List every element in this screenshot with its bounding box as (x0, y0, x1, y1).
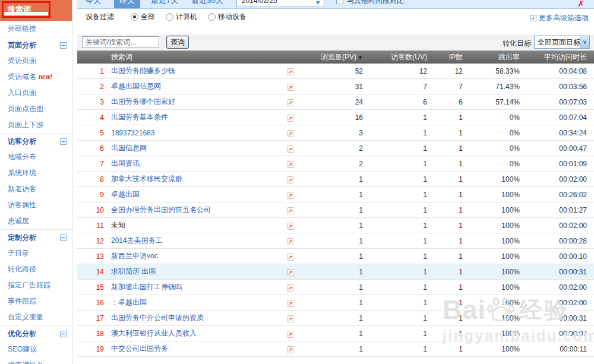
tab-last7days[interactable]: 最近7天 (151, 0, 178, 6)
avg-duration-value: 00:04:08 (520, 67, 587, 75)
col-header-duration[interactable]: 平均访问时长 (520, 52, 587, 62)
keyword-link[interactable]: 卓越出国信息网 (104, 81, 287, 91)
date-select[interactable]: 2014/02/25 ▼ (236, 0, 324, 7)
radio-all-devices[interactable]: 全部 (131, 12, 155, 22)
row-rank: 13 (77, 252, 104, 261)
sidebar-item[interactable]: 受访页面 (0, 53, 72, 69)
sidebar-item[interactable]: 外部链接 (0, 21, 72, 37)
trend-chart-icon[interactable]: ↗ (287, 68, 293, 75)
trend-chart-icon[interactable]: ↗ (287, 346, 293, 353)
keyword-link[interactable]: 卓越出国 (104, 189, 287, 200)
sidebar-item[interactable]: 子目录 (0, 245, 72, 261)
sidebar-section-header[interactable]: 优化分析− (0, 325, 72, 341)
tab-last30days[interactable]: 最近30天 (191, 0, 223, 6)
bounce-rate-value: 100% (463, 345, 520, 353)
keyword-link[interactable]: 新西兰申请voc (104, 251, 287, 261)
trend-chart-icon[interactable]: ↗ (287, 176, 293, 183)
trend-chart-icon[interactable]: ↗ (287, 130, 293, 137)
trend-chart-icon[interactable]: ↗ (287, 192, 293, 199)
sidebar-item[interactable]: 访客属性 (0, 197, 72, 213)
row-rank: 3 (77, 98, 104, 106)
keyword-link[interactable]: 中交公司出国劳务 (104, 344, 287, 354)
col-header-pv[interactable]: 浏览量(PV)▼ (299, 52, 363, 62)
avg-duration-value: 00:00:31 (520, 314, 587, 322)
sidebar-item-label: 转化路径 (8, 265, 36, 273)
keyword-link[interactable]: 出国劳务哪个国家好 (104, 97, 287, 107)
keyword-link[interactable]: 出国劳务基本条件 (104, 112, 287, 122)
sidebar-item[interactable]: 页面上下游 (0, 117, 72, 133)
sidebar-item[interactable]: 转化路径 (0, 261, 72, 277)
sidebar-item[interactable]: 页面点击图 (0, 101, 72, 117)
trend-chart-icon[interactable]: ↗ (287, 115, 293, 122)
trend-chart-icon[interactable]: ↗ (287, 331, 293, 338)
keyword-link[interactable]: 18937321683 (104, 129, 287, 137)
trend-chart-icon[interactable]: ↗ (287, 223, 293, 230)
trend-cell: ↗ (287, 67, 299, 75)
close-icon[interactable]: ✗ (577, 0, 584, 8)
sidebar-item[interactable]: 受访域名new! (0, 69, 72, 85)
sidebar-section-header[interactable]: 访客分析− (0, 133, 72, 149)
sort-desc-icon: ▼ (358, 55, 363, 61)
conversion-goal-select[interactable]: 全部页面目标 ∨ (534, 36, 590, 49)
keyword-link[interactable]: 出国劳务能赚多少钱 (104, 66, 287, 76)
col-header-ip[interactable]: IP数 (427, 52, 463, 62)
keyword-link[interactable]: 2014去美国务工 (104, 236, 287, 246)
trend-chart-icon[interactable]: ↗ (287, 284, 293, 292)
collapse-minus-icon[interactable]: − (60, 235, 67, 241)
trend-chart-icon[interactable]: ↗ (287, 238, 293, 245)
query-button[interactable]: 查询 (166, 36, 189, 49)
trend-chart-icon[interactable]: ↗ (287, 84, 293, 91)
tab-yesterday[interactable]: 昨天 (114, 0, 140, 8)
keyword-link[interactable]: 澳大利亚银行从业人员收入 (104, 328, 287, 338)
keyword-link[interactable]: ：卓越出国 (104, 297, 287, 308)
collapse-minus-icon[interactable]: − (60, 138, 67, 145)
sidebar-section-header[interactable]: 定制分析− (0, 229, 72, 245)
chevron-down-icon: ∨ (580, 36, 589, 48)
sidebar-item[interactable]: 事件跟踪 (0, 293, 72, 309)
trend-chart-icon[interactable]: ↗ (287, 300, 293, 307)
sidebar-item[interactable]: 入口页面 (0, 85, 72, 101)
radio-computer[interactable]: 计算机 (166, 12, 197, 22)
keyword-link[interactable]: 加拿大技术移民交流群 (104, 174, 287, 184)
row-rank: 18 (77, 330, 104, 338)
sidebar-item[interactable]: SEO建议 (0, 341, 72, 357)
keyword-link[interactable]: 求职简历 出国 (104, 267, 287, 277)
avg-duration-value: 00:07:03 (520, 98, 587, 106)
avg-duration-value: 00:01:09 (520, 160, 587, 168)
trend-chart-icon[interactable]: ↗ (287, 207, 293, 214)
sidebar-section-header[interactable]: 页面分析− (0, 37, 72, 53)
sidebar-item[interactable]: 自定义变量 (0, 309, 72, 325)
advanced-filters-link[interactable]: + 更多高级筛选项 (530, 13, 589, 23)
radio-icon (208, 13, 216, 21)
trend-chart-icon[interactable]: ↗ (287, 269, 293, 276)
bounce-rate-value: 100% (463, 206, 520, 214)
keyword-link[interactable]: 新加坡出国打工挣钱吗 (104, 282, 287, 292)
search-input[interactable] (82, 36, 159, 48)
col-header-uv[interactable]: 访客数(UV) (363, 52, 427, 62)
collapse-minus-icon[interactable]: − (60, 42, 67, 49)
uv-value: 1 (363, 221, 427, 230)
sidebar-item-label: 入口页面 (8, 88, 36, 97)
trend-chart-icon[interactable]: ↗ (287, 99, 293, 106)
keyword-link[interactable]: 出国劳务中介公司申请的资质 (104, 313, 287, 323)
tab-today[interactable]: 今天 (86, 0, 101, 6)
sidebar-item[interactable]: 新老访客 (0, 181, 72, 197)
trend-chart-icon[interactable]: ↗ (287, 161, 293, 168)
sidebar-item[interactable]: 地域分布 (0, 149, 72, 165)
sidebar-item-active[interactable]: 搜索词 (0, 0, 72, 21)
trend-chart-icon[interactable]: ↗ (287, 315, 293, 322)
col-header-keyword[interactable]: 搜索词 (104, 52, 287, 62)
keyword-link[interactable]: 出国信息网 (104, 143, 287, 153)
compare-checkbox[interactable] (336, 0, 343, 4)
trend-chart-icon[interactable]: ↗ (287, 145, 293, 153)
sidebar-item[interactable]: 指定广告跟踪 (0, 277, 72, 293)
sidebar-item[interactable]: 系统环境 (0, 165, 72, 181)
keyword-link[interactable]: 出国资讯 (104, 159, 287, 169)
collapse-minus-icon[interactable]: − (60, 331, 67, 337)
sidebar-item[interactable]: 搜索词排名 (0, 357, 72, 364)
sidebar-item[interactable]: 忠诚度 (0, 213, 72, 229)
col-header-bounce[interactable]: 跳出率 (463, 52, 520, 62)
keyword-link[interactable]: 全国办理劳务出国的前五名公司 (104, 205, 287, 215)
trend-chart-icon[interactable]: ↗ (287, 254, 293, 261)
radio-mobile[interactable]: 移动设备 (208, 12, 247, 22)
